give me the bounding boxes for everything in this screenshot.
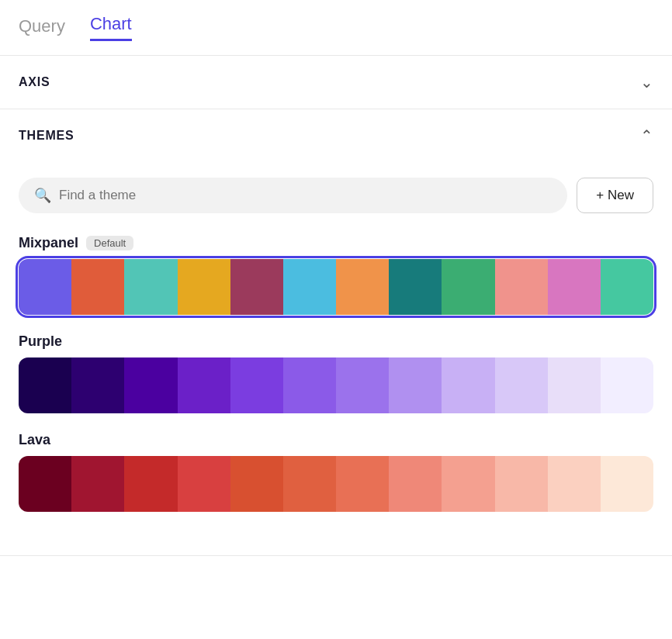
search-icon: 🔍 xyxy=(34,187,51,204)
palette-swatch xyxy=(178,456,230,512)
palette-swatch xyxy=(19,357,71,413)
tab-bar: Query Chart xyxy=(0,0,672,56)
palette-swatch xyxy=(442,456,494,512)
themes-chevron-icon: ⌃ xyxy=(640,126,653,145)
palette-swatch xyxy=(283,259,336,315)
palette-swatch xyxy=(601,357,653,413)
palette-swatch xyxy=(230,259,283,315)
palette-swatch xyxy=(389,259,442,315)
tab-chart[interactable]: Chart xyxy=(90,14,132,41)
palette-row[interactable] xyxy=(19,357,653,413)
new-theme-button[interactable]: + New xyxy=(577,178,653,213)
themes-header[interactable]: THEMES ⌃ xyxy=(0,109,672,162)
search-row: 🔍 + New xyxy=(19,178,653,213)
palette-swatch xyxy=(548,456,601,512)
palette-swatch xyxy=(336,259,389,315)
theme-name: Lava xyxy=(19,432,653,448)
search-box[interactable]: 🔍 xyxy=(19,178,567,213)
theme-name: MixpanelDefault xyxy=(19,235,653,251)
search-input[interactable] xyxy=(59,188,552,203)
palette-swatch xyxy=(495,259,548,315)
palette-swatch xyxy=(283,357,336,413)
palette-swatch xyxy=(495,357,548,413)
palette-swatch xyxy=(336,456,389,512)
palette-swatch xyxy=(19,456,71,512)
palette-swatch xyxy=(548,357,601,413)
theme-name: Purple xyxy=(19,333,653,350)
palette-swatch xyxy=(71,259,124,315)
axis-title: AXIS xyxy=(19,75,50,89)
palette-swatch xyxy=(442,259,494,315)
palette-swatch xyxy=(178,259,230,315)
palette-row[interactable] xyxy=(19,456,653,512)
palette-swatch xyxy=(548,259,601,315)
palette-swatch xyxy=(178,357,230,413)
themes-content: 🔍 + New MixpanelDefaultPurpleLava xyxy=(0,178,672,555)
theme-block: MixpanelDefault xyxy=(19,235,653,315)
palette-row[interactable] xyxy=(19,259,653,315)
palette-swatch xyxy=(71,456,124,512)
palette-swatch xyxy=(389,357,442,413)
palettes-container: MixpanelDefaultPurpleLava xyxy=(19,235,653,512)
palette-swatch xyxy=(495,456,548,512)
palette-swatch xyxy=(442,357,494,413)
axis-header[interactable]: AXIS ⌄ xyxy=(0,56,672,109)
palette-swatch xyxy=(124,456,177,512)
palette-swatch xyxy=(19,259,71,315)
axis-chevron-icon: ⌄ xyxy=(640,73,653,92)
tab-query[interactable]: Query xyxy=(19,16,65,40)
theme-block: Lava xyxy=(19,432,653,512)
palette-swatch xyxy=(124,259,177,315)
axis-section: AXIS ⌄ xyxy=(0,56,672,109)
palette-swatch xyxy=(230,357,283,413)
palette-swatch xyxy=(283,456,336,512)
palette-swatch xyxy=(601,456,653,512)
palette-swatch xyxy=(71,357,124,413)
palette-swatch xyxy=(601,259,653,315)
palette-swatch xyxy=(230,456,283,512)
default-badge: Default xyxy=(86,236,133,250)
theme-block: Purple xyxy=(19,333,653,413)
themes-title: THEMES xyxy=(19,129,74,143)
palette-swatch xyxy=(124,357,177,413)
palette-swatch xyxy=(389,456,442,512)
themes-section: THEMES ⌃ 🔍 + New MixpanelDefaultPurpleLa… xyxy=(0,109,672,556)
palette-swatch xyxy=(336,357,389,413)
